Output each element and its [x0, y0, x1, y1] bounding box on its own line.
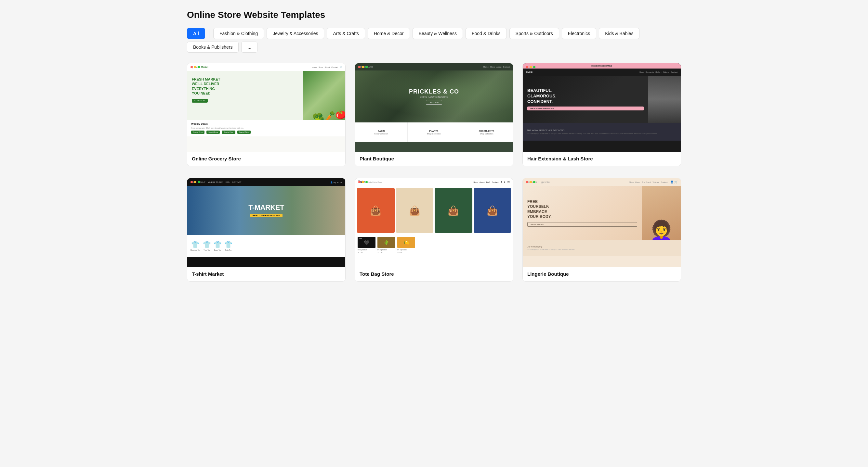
- tshirt-icon-3: 👕: [214, 241, 222, 248]
- tshirt-product-3: 👕 Basic Tee: [214, 241, 222, 251]
- template-name-lingerie: Lingerie Boutique: [523, 267, 681, 281]
- plant-cat-succulents-link: Shop Collection: [479, 133, 493, 135]
- template-card-tshirt[interactable]: SHOP ABOUT WHERE TO BUY FAQ CONTACT 👤 Lo…: [187, 178, 346, 281]
- hair-hero-image: [648, 76, 681, 123]
- hair-shop-btn: SHOP HAIR EXTENSIONS: [527, 106, 644, 110]
- plant-cat-plants: PLANTS Shop Collection: [408, 123, 460, 142]
- tshirt-nav: SHOP ABOUT WHERE TO BUY FAQ CONTACT 👤 Lo…: [187, 178, 345, 186]
- tshirt-nav-faq: FAQ: [226, 181, 229, 183]
- tshirt-product-4: 👕 Rain Tee: [224, 241, 232, 251]
- filter-more[interactable]: ...: [241, 41, 257, 53]
- filter-arts[interactable]: Arts & Crafts: [327, 28, 365, 39]
- plant-cat-succulents: SUCCULENTS Shop Collection: [460, 123, 513, 142]
- dot-yellow: [530, 181, 532, 183]
- hair-bottom-desc: I'm a paragraph. Click here to add your …: [527, 133, 677, 134]
- tshirt-icon-4: 👕: [224, 241, 232, 248]
- template-card-lingerie[interactable]: positano ✦ guizzo Shop About The Brand T…: [522, 178, 681, 281]
- filter-electronics[interactable]: Electronics: [562, 28, 596, 39]
- lingerie-hero-text: FREEYOURSELF.EMBRACEYOUR BODY. Shop Coll…: [523, 186, 642, 240]
- tshirt-product-1: 👕 Mountain Tee: [190, 241, 200, 251]
- lingerie-bottom: Our Philosophy I'm a paragraph. Click he…: [523, 240, 681, 256]
- dot-red: [526, 181, 528, 183]
- tshirt-label-1: Mountain Tee: [190, 249, 200, 251]
- filter-divider: [209, 29, 209, 38]
- tshirt-tagline: BEST T-SHIRTS IN TOWN: [250, 214, 283, 217]
- grocery-hero-image: [303, 71, 345, 120]
- tote-product-box-1: Sale 🖤: [358, 237, 375, 248]
- lingerie-bottom-desc: I'm a paragraph. Click here to add your …: [527, 248, 677, 251]
- template-card-tote[interactable]: Tote Funky Printed Bags Shop About FAQ C…: [355, 178, 513, 281]
- tshirt-hero-title: T-MARKET: [248, 203, 284, 212]
- hair-preview-content: FREE EXPRESS SHIPPING DIVINE Shop Elemen…: [523, 63, 681, 152]
- tote-product-label-1: I'm a product: [358, 249, 375, 251]
- tshirt-nav-where: WHERE TO BUY: [208, 181, 223, 183]
- plant-cat-plants-label: PLANTS: [429, 130, 439, 132]
- template-name-plant: Plant Boutique: [355, 152, 513, 166]
- filter-all[interactable]: All: [187, 28, 205, 39]
- lingerie-hero-title: FREEYOURSELF.EMBRACEYOUR BODY.: [527, 199, 637, 220]
- grocery-hero-title: FRESH MARKETWE'LL DELIVEREVERYTHINGYOU N…: [192, 77, 299, 96]
- lingerie-shop-btn: Shop Collection: [527, 222, 637, 227]
- filter-home[interactable]: Home & Decor: [368, 28, 410, 39]
- template-preview-grocery: 🛒 Fresh Market Home Shop About Contact 🛒…: [187, 63, 345, 152]
- dot-green: [365, 181, 368, 183]
- template-card-plant[interactable]: PRICKLES & CO Home Shop About Contact PR…: [355, 63, 513, 166]
- filter-food[interactable]: Food & Drinks: [466, 28, 507, 39]
- filter-jewelry[interactable]: Jewelry & Accessories: [267, 28, 324, 39]
- filter-fashion[interactable]: Fashion & Clothing: [213, 28, 264, 39]
- tote-product-1: Sale 🖤 I'm a product $15.00: [358, 237, 375, 254]
- template-name-tote: Tote Bag Store: [355, 267, 513, 281]
- grocery-hero-text: FRESH MARKETWE'LL DELIVEREVERYTHINGYOU N…: [187, 71, 303, 120]
- template-card-hair[interactable]: FREE EXPRESS SHIPPING DIVINE Shop Elemen…: [522, 63, 681, 166]
- tote-bag-3: 👜: [435, 188, 472, 233]
- tshirt-hero-content: T-MARKET BEST T-SHIRTS IN TOWN: [248, 203, 284, 218]
- hair-hero: BEAUTIFUL.GLAMOROUS.CONFIDENT. SHOP HAIR…: [523, 76, 681, 123]
- template-preview-plant: PRICKLES & CO Home Shop About Contact PR…: [355, 63, 513, 152]
- tshirt-icon-1: 👕: [191, 241, 199, 248]
- plant-nav-links: Home Shop About Contact: [484, 66, 510, 68]
- tshirt-label-2: Type Tee: [204, 249, 210, 251]
- tote-product-box-3: 🍋: [397, 237, 415, 248]
- plant-cat-cacti: CACTI Shop Collection: [355, 123, 408, 142]
- dot-green: [198, 181, 200, 183]
- plant-shop-btn: Shop Now: [426, 100, 442, 105]
- plant-hero-subtitle: BRING NATURE INDOORS: [409, 96, 459, 98]
- page-title: Online Store Website Templates: [187, 10, 681, 20]
- tote-bag-4-icon: 👜: [487, 205, 498, 216]
- dot-red: [190, 181, 193, 183]
- filter-sports[interactable]: Sports & Outdoors: [509, 28, 559, 39]
- grocery-preview-content: 🛒 Fresh Market Home Shop About Contact 🛒…: [187, 63, 345, 152]
- grocery-product-1: Special Price: [191, 131, 205, 134]
- window-dots-tote: [358, 181, 368, 183]
- filter-beauty[interactable]: Beauty & Wellness: [412, 28, 463, 39]
- tote-bag-1: 👜: [357, 188, 395, 233]
- dot-red: [190, 66, 193, 68]
- lingerie-hero-image: [642, 186, 681, 240]
- window-dots: [190, 66, 200, 68]
- tote-product-2: 🌵 I'm a product $15.00: [377, 237, 395, 254]
- tote-nav: Tote Funky Printed Bags Shop About FAQ C…: [355, 178, 513, 186]
- window-dots-plant: [358, 66, 368, 68]
- page-container: Online Store Website Templates All Fashi…: [180, 0, 688, 291]
- plant-preview-content: PRICKLES & CO Home Shop About Contact PR…: [355, 63, 513, 152]
- tote-preview-content: Tote Funky Printed Bags Shop About FAQ C…: [355, 178, 513, 267]
- filter-kids[interactable]: Kids & Babies: [599, 28, 640, 39]
- tshirt-label-4: Rain Tee: [225, 249, 232, 251]
- dot-yellow: [362, 181, 364, 183]
- plant-cat-cacti-label: CACTI: [378, 130, 384, 132]
- tote-product-box-2: 🌵: [377, 237, 395, 248]
- template-card-grocery[interactable]: 🛒 Fresh Market Home Shop About Contact 🛒…: [187, 63, 346, 166]
- window-dots-tshirt: [190, 181, 200, 183]
- filter-books[interactable]: Books & Publishers: [187, 41, 239, 53]
- lingerie-hero: FREEYOURSELF.EMBRACEYOUR BODY. Shop Coll…: [523, 186, 681, 240]
- tote-logo-sub: Funky Printed Bags: [367, 181, 382, 183]
- dot-yellow: [530, 66, 532, 68]
- grocery-nav-links: Home Shop About Contact 🛒: [312, 66, 342, 68]
- dot-yellow: [194, 66, 196, 68]
- tote-hero: 👜 👜 👜 👜: [355, 186, 513, 235]
- tote-products-row: Sale 🖤 I'm a product $15.00 🌵 I'm a prod…: [355, 235, 513, 256]
- lingerie-nav: positano ✦ guizzo Shop About The Brand T…: [523, 178, 681, 186]
- hair-bottom: THE WOW EFFECT. ALL DAY LONG. I'm a para…: [523, 123, 681, 141]
- hair-nav-links: Shop Elements Gallery Salons Contact: [640, 71, 678, 73]
- grocery-nav: 🛒 Fresh Market Home Shop About Contact 🛒: [187, 63, 345, 71]
